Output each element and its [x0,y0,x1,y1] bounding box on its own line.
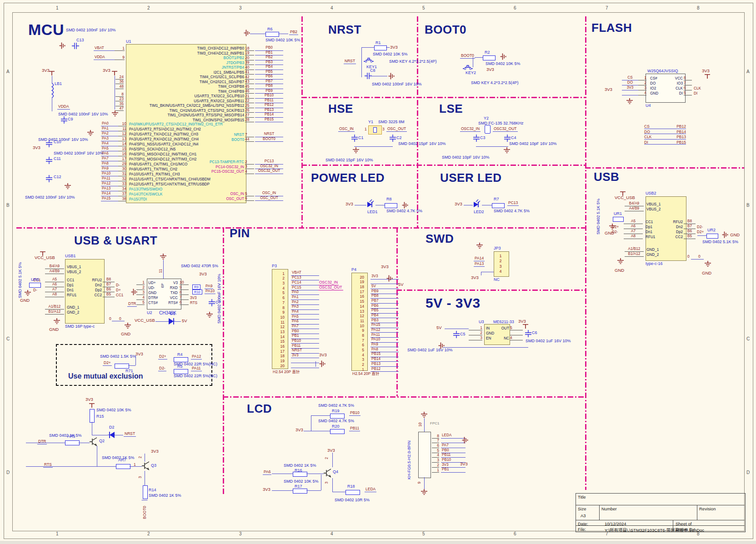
net-label[interactable]: PA1 [101,127,118,131]
pushbutton-key1-icon[interactable] [364,57,374,63]
pushbutton-key2-icon[interactable] [463,65,473,70]
usb-pin-row[interactable]: Dn2B7D2- [665,224,710,229]
capacitor-c5-icon[interactable] [453,331,460,338]
gnd-label[interactable]: GND [702,271,711,275]
net-label[interactable]: PB8 [370,294,399,299]
net-label-leda[interactable]: LEDA [365,487,376,492]
flash-pin-row[interactable]: DI5DI [667,90,710,95]
net-label-pb10[interactable]: PB10 [349,411,360,416]
net-label[interactable]: PA15 [370,323,399,328]
net-label[interactable]: PA8 [370,348,399,352]
mcu-pin-row[interactable]: TIM3_CH3/ADC12_IN8/PB018PB0 [130,46,283,51]
net-label[interactable]: 3V3 [370,274,399,279]
gnd-icon[interactable] [387,274,393,283]
flash-pin-row[interactable]: 3V33IO2 [622,85,658,90]
usb-pin-row[interactable]: Dp2B6D+ [84,287,129,292]
resistor-ur1[interactable] [613,217,624,222]
power-icon[interactable] [48,70,55,76]
net-label-pa6[interactable]: PA6 [263,470,271,475]
net-label[interactable]: PB6 [370,304,399,309]
crystal-y2[interactable] [485,125,491,134]
connector-pin-row[interactable]: 8PA3 [275,305,319,310]
net-label[interactable]: 3V3 [291,354,319,358]
net-label[interactable]: PB7 [370,299,399,304]
gnd-icon[interactable] [462,436,468,444]
connector-pin-row[interactable]: 3PB14 [354,357,399,362]
resistor-r2[interactable] [483,55,496,60]
net-label[interactable] [291,367,319,368]
led2-icon[interactable] [473,198,482,208]
net-label[interactable]: RTS [189,301,206,305]
capacitor-c7-icon[interactable] [208,299,215,306]
diode-d2-icon[interactable] [108,431,115,439]
net-label[interactable]: PA14 [101,192,118,196]
net-label[interactable]: PB6 [255,75,283,79]
power-3v3-label[interactable]: 3V3 [319,353,327,357]
net-label-pa10[interactable]: PA10 [205,289,215,294]
mcu-pin-row[interactable]: JTDO/PB339PB3 [130,60,283,65]
net-label-pa14[interactable]: PA14 [474,256,485,261]
power-3v3-label[interactable]: 3V3 [263,487,270,492]
connector-pin-row[interactable]: 12PB4 [354,314,399,319]
gnd-icon[interactable] [124,323,132,329]
net-label[interactable]: DI [644,140,648,145]
net-label[interactable]: PB0 [255,46,283,50]
net-label[interactable]: VDDA [94,55,115,60]
capacitor-c13-icon[interactable] [72,43,79,49]
mcu-pin-row[interactable]: JNTRST/PB440PB4 [130,65,283,70]
connector-pin-row[interactable]: 4PB11 [432,453,466,458]
connector-pin-row[interactable]: 10PA15 [354,323,399,328]
connector-pin-row[interactable]: 15PB7 [354,299,399,304]
connector-pin-row[interactable]: 2 [495,258,506,264]
power-3v3-label[interactable]: 3V3 [460,462,468,466]
resistor-ur2[interactable] [706,234,718,239]
power-icon[interactable] [704,73,711,79]
net-label[interactable]: PB0 [441,449,466,453]
connector-pin-row[interactable]: 19 [275,358,319,363]
usb-pin-row[interactable]: A8RFU1 [33,292,76,297]
net-label[interactable]: PB12 [255,103,283,108]
net-label-osc-out[interactable]: OSC_OUT [386,127,407,132]
crystal-y1[interactable] [368,125,382,135]
mcu-pin-row[interactable]: TIM1_CH3N/SPI2_MOSI/PB1528PB15 [130,118,283,123]
ic-pin-row[interactable]: 3EN [469,335,494,340]
connector-pin-row[interactable]: 183V3 [275,354,319,359]
net-label[interactable]: PA9 [370,343,399,347]
net-label[interactable]: PB5 [370,309,399,313]
usb-pin-row[interactable]: Dn2B7D- [84,282,129,287]
net-label[interactable]: BOOT0 [255,137,283,142]
net-label[interactable]: PA0 [101,122,118,126]
net-label[interactable]: PA8 [101,162,118,166]
mcu-pin-row[interactable]: PA1334PA13/JTMS/SWDIO [101,186,223,191]
power-3v3-label[interactable]: 3V3 [295,428,303,432]
net-label[interactable]: PB15 [370,352,399,357]
usb-pin-row[interactable]: CC1A5CC1 [33,277,76,282]
net-label[interactable]: PA13 [101,187,118,191]
net-label[interactable]: PB0 [291,329,319,334]
net-label[interactable]: OSC_OUT [255,196,283,201]
ic-pin-row[interactable] [497,330,523,335]
net-label-pc13[interactable]: PC13 [507,201,519,206]
connector-pin-row[interactable]: 4 [495,269,506,274]
connector-pin-row[interactable]: 1VBAT [275,271,319,276]
mcu-pin-row[interactable]: TIM1_CH2N/USART3_RTS/SPI2_MISO/PB1427PB1… [130,113,283,118]
net-label[interactable]: PA12 [101,182,118,186]
net-label[interactable]: PB8 [255,84,283,89]
net-label[interactable]: PB11 [291,344,319,349]
flash-pin-row[interactable]: DO2DO [622,80,658,85]
net-label[interactable]: PA5 [291,315,319,319]
capacitor-c8-icon[interactable] [365,73,372,79]
ic-pin-row[interactable]: 1IN [469,325,494,330]
ic-pin-row[interactable]: 2UD- [136,285,158,290]
mcu-pin-row[interactable]: PA616PA6/SPI1_MISO/ADC12_IN6/TIM3_CH1 [101,151,223,156]
mcu-pin-row[interactable]: PC13-TAMPER-RTC2PC13 [130,160,283,165]
power-5v-label[interactable]: 5V [436,325,442,330]
net-label[interactable]: PA10 [101,172,118,176]
power-3v3-label[interactable]: 3V3 [103,68,110,73]
ic-pin-row[interactable]: OUT5 [497,325,523,330]
diode-d1-icon[interactable] [168,317,175,325]
net-label[interactable]: 5V [370,284,399,289]
connector-pin-row[interactable]: 11PB3 [354,318,399,323]
power-5v-label[interactable]: 5V [398,282,404,287]
transistor-q4-icon[interactable] [324,469,332,478]
